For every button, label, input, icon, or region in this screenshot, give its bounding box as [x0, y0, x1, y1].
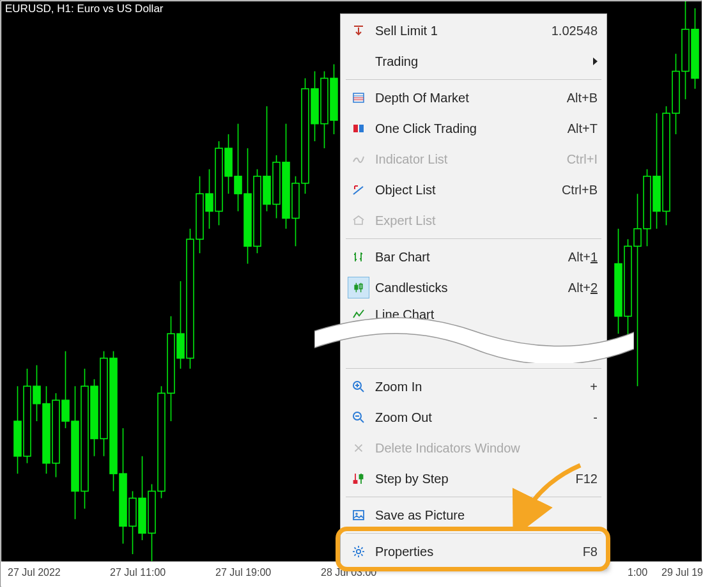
menu-label: Line Chart	[371, 307, 598, 322]
menu-shortcut: +	[583, 380, 598, 394]
menu-shortcut: Ctrl+I	[560, 152, 598, 167]
menu-value: 1.02548	[545, 24, 598, 38]
svg-rect-69	[615, 264, 622, 316]
svg-rect-33	[167, 334, 174, 393]
svg-rect-55	[273, 162, 280, 205]
menu-trading[interactable]: Trading	[341, 46, 606, 77]
menu-indicator-list: Indicator List Ctrl+I	[341, 144, 606, 174]
svg-rect-71	[624, 246, 631, 316]
menu-sell-limit[interactable]: Sell Limit 1 1.02548	[341, 15, 606, 46]
svg-rect-65	[321, 78, 328, 123]
svg-rect-73	[634, 229, 641, 246]
menu-line-chart[interactable]: Line Chart	[341, 303, 606, 326]
menu-zoom-in[interactable]: Zoom In +	[341, 371, 606, 402]
menu-object-list[interactable]: Object List Ctrl+B	[341, 174, 606, 205]
menu-label: Indicator List	[371, 152, 560, 167]
time-axis-tick: 27 Jul 2022	[8, 567, 61, 578]
svg-rect-7	[43, 404, 50, 463]
svg-rect-61	[302, 89, 309, 183]
menu-depth-of-market[interactable]: Depth Of Market Alt+B	[341, 82, 606, 113]
svg-rect-5	[33, 386, 40, 403]
menu-shortcut: Alt+B	[560, 91, 598, 105]
svg-rect-23	[120, 474, 127, 526]
svg-rect-85	[691, 29, 699, 79]
menu-label: Zoom Out	[371, 410, 587, 425]
delete-icon	[346, 442, 371, 454]
menu-separator	[346, 368, 601, 369]
svg-rect-41	[206, 194, 213, 211]
bar-chart-icon	[346, 250, 371, 264]
svg-rect-11	[62, 400, 69, 421]
svg-rect-37	[187, 239, 194, 358]
menu-one-click-trading[interactable]: One Click Trading Alt+T	[341, 113, 606, 144]
svg-rect-67	[330, 78, 337, 120]
svg-rect-3	[24, 386, 31, 456]
menu-expert-list: Expert List	[341, 205, 606, 236]
indicator-list-icon	[346, 152, 371, 166]
svg-rect-25	[129, 498, 136, 526]
menu-delete-indicators-window: Delete Indicators Window	[341, 433, 606, 463]
menu-shortcut: Alt+1	[562, 250, 598, 265]
chart-context-menu: Sell Limit 1 1.02548 Trading Depth Of Ma…	[340, 13, 607, 569]
time-axis-tick: 1:00	[628, 567, 647, 578]
menu-label: Step by Step	[371, 472, 569, 486]
time-axis-tick: 27 Jul 19:00	[215, 567, 271, 578]
menu-label: Sell Limit 1	[371, 24, 545, 38]
menu-step-by-step[interactable]: Step by Step F12	[341, 463, 606, 494]
svg-line-115	[361, 554, 362, 555]
menu-label: Object List	[371, 183, 555, 197]
wave-cut-gap	[341, 326, 606, 366]
time-axis-tick: 29 Jul 19	[661, 567, 703, 578]
svg-line-116	[361, 548, 362, 549]
menu-separator	[346, 238, 601, 239]
svg-rect-93	[355, 285, 358, 289]
menu-label: Properties	[371, 545, 576, 559]
menu-label: Expert List	[371, 213, 598, 228]
menu-shortcut: -	[587, 410, 598, 425]
svg-rect-1	[14, 421, 21, 456]
svg-rect-19	[100, 358, 107, 438]
svg-rect-49	[244, 194, 251, 246]
svg-rect-79	[663, 113, 670, 211]
zoom-in-icon	[346, 380, 371, 394]
menu-label: Delete Indicators Window	[371, 441, 598, 456]
svg-rect-29	[148, 491, 155, 534]
menu-label: Trading	[371, 54, 588, 69]
gear-icon	[346, 545, 371, 559]
menu-label: Bar Chart	[371, 250, 562, 265]
sell-limit-icon	[346, 24, 371, 38]
svg-rect-13	[72, 421, 79, 491]
menu-shortcut: F12	[569, 472, 598, 486]
menu-label: Zoom In	[371, 380, 583, 394]
svg-rect-90	[353, 125, 358, 132]
svg-point-109	[357, 550, 360, 553]
menu-shortcut: Alt+2	[562, 281, 598, 295]
line-chart-icon	[346, 307, 371, 321]
candlesticks-icon	[348, 277, 369, 298]
svg-rect-35	[177, 334, 184, 358]
menu-bar-chart[interactable]: Bar Chart Alt+1	[341, 242, 606, 272]
svg-rect-45	[225, 148, 232, 176]
expert-list-icon	[346, 213, 371, 228]
menu-shortcut: Alt+T	[561, 121, 598, 136]
one-click-trading-icon	[346, 121, 371, 135]
menu-separator	[346, 79, 601, 80]
svg-rect-57	[282, 162, 290, 219]
menu-zoom-out[interactable]: Zoom Out -	[341, 402, 606, 433]
menu-properties[interactable]: Properties F8	[341, 536, 606, 567]
menu-separator	[346, 497, 601, 497]
menu-separator	[346, 533, 601, 534]
svg-rect-31	[158, 393, 165, 491]
svg-line-97	[360, 389, 364, 392]
step-by-step-icon	[346, 472, 371, 486]
menu-save-as-picture[interactable]: Save as Picture	[341, 500, 606, 530]
svg-rect-77	[653, 176, 660, 212]
svg-rect-107	[353, 511, 364, 520]
svg-rect-21	[110, 358, 117, 474]
menu-shortcut: F8	[576, 545, 598, 559]
menu-candlesticks[interactable]: Candlesticks Alt+2	[341, 272, 606, 303]
menu-label: One Click Trading	[371, 121, 561, 136]
svg-rect-17	[91, 386, 98, 438]
svg-rect-51	[254, 176, 261, 247]
menu-label: Depth Of Market	[371, 91, 560, 105]
